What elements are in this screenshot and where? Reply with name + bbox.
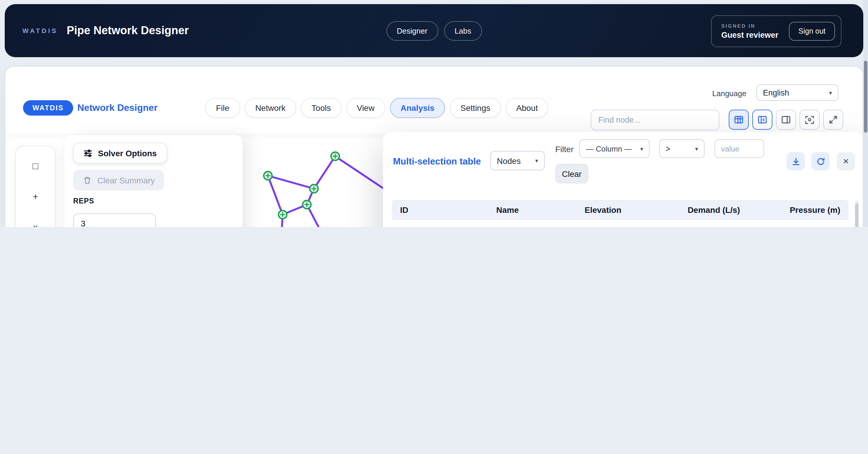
column-header-demand-l-s: Demand (L/s): [630, 205, 748, 215]
delete-icon: ×: [33, 222, 38, 227]
right-panel-button[interactable]: [776, 110, 796, 130]
solver-options-label: Solver Options: [98, 148, 157, 158]
pipe-segment[interactable]: [335, 156, 383, 188]
column-header-elevation: Elevation: [535, 205, 630, 215]
chevron-down-icon: ▾: [640, 145, 643, 152]
left-panel-icon: [757, 115, 768, 125]
account-box: SIGNED IN Guest reviewer Sign out: [711, 15, 841, 47]
filter-operator-value: >: [665, 144, 670, 153]
topbar-nav-designer[interactable]: Designer: [386, 21, 438, 40]
fullscreen-icon: [828, 115, 838, 125]
pipe-segment[interactable]: [307, 204, 334, 227]
junction-tool[interactable]: +: [24, 185, 47, 209]
language-select-value: English: [763, 88, 789, 97]
menu-row: FileNetworkToolsViewAnalysisSettingsAbou…: [205, 98, 549, 118]
find-node-input[interactable]: [591, 110, 719, 130]
solver-options-button[interactable]: Solver Options: [73, 143, 167, 163]
chevron-down-icon: ▾: [535, 157, 538, 164]
nodes-table: IDNameElevationDemand (L/s)Pressure (m) …: [392, 200, 848, 227]
junction-node[interactable]: [279, 210, 287, 219]
multi-selection-table-panel: Multi-selection table Nodes ▾ Filter — C…: [383, 132, 863, 227]
sign-out-button[interactable]: Sign out: [789, 22, 835, 41]
select-tool[interactable]: □: [24, 155, 47, 178]
column-header-name: Name: [488, 205, 535, 215]
download-icon: [791, 157, 800, 166]
filter-label: Filter: [555, 144, 574, 154]
table-scrollbar-track[interactable]: [855, 200, 859, 227]
table-cell: 20.37: [748, 226, 848, 227]
menu-settings[interactable]: Settings: [450, 98, 501, 118]
main-card: WATDIS Network Designer FileNetworkTools…: [5, 66, 863, 227]
table-cell: 1: [488, 226, 535, 227]
topbar-nav: DesignerLabs: [386, 21, 482, 40]
menu-view[interactable]: View: [346, 98, 385, 118]
table-cell: 0: [630, 226, 748, 227]
pipe-segment[interactable]: [314, 156, 335, 189]
view-buttons: [729, 110, 843, 130]
menu-analysis[interactable]: Analysis: [390, 98, 445, 118]
menu-about[interactable]: About: [506, 98, 549, 118]
refresh-icon: [816, 157, 825, 166]
reps-input[interactable]: [73, 214, 156, 227]
filter-clear-button[interactable]: Clear: [555, 164, 588, 183]
filter-column-select[interactable]: — Column — ▾: [580, 139, 650, 158]
junction-icon: +: [33, 192, 38, 202]
chevron-down-icon: ▾: [695, 145, 698, 152]
app-name: Network Designer: [77, 103, 158, 113]
table-view-button[interactable]: [729, 110, 749, 130]
menu-file[interactable]: File: [205, 98, 240, 118]
fit-view-icon: [804, 115, 815, 125]
junction-node[interactable]: [331, 152, 339, 160]
right-panel-icon: [781, 115, 791, 125]
solver-panel: Solver Options Clear Summary REPS HEADLO…: [64, 135, 243, 227]
filter-value-input[interactable]: [715, 139, 764, 158]
page-scrollbar[interactable]: [863, 0, 868, 227]
junction-node[interactable]: [310, 185, 318, 193]
table-cell: 21.61: [535, 226, 630, 227]
pipe-segment[interactable]: [268, 176, 283, 215]
entity-select[interactable]: Nodes ▾: [490, 151, 545, 170]
column-header-id: ID: [392, 205, 488, 215]
trash-icon: [83, 175, 92, 185]
signed-in-label: SIGNED IN: [721, 23, 779, 29]
table-row-node-1[interactable]: node-1121.61020.37: [392, 220, 848, 227]
fullscreen-button[interactable]: [823, 110, 843, 130]
table-panel-title: Multi-selection table: [393, 156, 481, 167]
reps-label: REPS: [73, 197, 94, 205]
delete-tool[interactable]: ×: [24, 216, 47, 227]
app: WATDIS Pipe Network Designer DesignerLab…: [0, 0, 868, 227]
clear-summary-label: Clear Summary: [97, 175, 155, 185]
topbar-title: Pipe Network Designer: [67, 24, 189, 37]
watdis-badge: WATDIS: [23, 100, 73, 116]
close-button[interactable]: ×: [837, 152, 855, 170]
left-panel-button[interactable]: [752, 110, 772, 130]
sliders-icon: [83, 148, 93, 158]
filter-column-value: — Column —: [586, 144, 632, 153]
refresh-button[interactable]: [811, 152, 830, 170]
language-select[interactable]: English ▾: [756, 84, 838, 101]
menu-network[interactable]: Network: [245, 98, 296, 118]
menu-tools[interactable]: Tools: [301, 98, 341, 118]
language-label: Language: [712, 89, 746, 98]
select-icon: □: [32, 161, 38, 171]
fit-view-button[interactable]: [800, 110, 819, 130]
card-header: WATDIS Network Designer FileNetworkTools…: [5, 67, 863, 134]
table-scrollbar-thumb[interactable]: [855, 203, 859, 227]
close-icon: ×: [843, 155, 849, 167]
user-name: Guest reviewer: [721, 31, 779, 39]
table-body: node-1121.61020.37node-3321.61021.12node…: [392, 220, 848, 227]
filter-operator-select[interactable]: > ▾: [659, 139, 705, 158]
topbar: WATDIS Pipe Network Designer DesignerLab…: [5, 4, 863, 57]
table-view-icon: [734, 115, 744, 125]
page-scrollbar-thumb[interactable]: [864, 61, 867, 133]
junction-node[interactable]: [303, 200, 311, 209]
download-button[interactable]: [786, 152, 805, 170]
topbar-brand: WATDIS: [23, 27, 58, 34]
pipe-segment[interactable]: [268, 176, 314, 189]
topbar-nav-labs[interactable]: Labs: [444, 21, 482, 40]
chevron-down-icon: ▾: [829, 89, 832, 96]
column-header-pressure-m: Pressure (m): [748, 205, 848, 215]
tool-rail: □+×∞○⊟°: [16, 145, 56, 227]
junction-node[interactable]: [264, 171, 272, 180]
clear-summary-button[interactable]: Clear Summary: [73, 170, 164, 190]
